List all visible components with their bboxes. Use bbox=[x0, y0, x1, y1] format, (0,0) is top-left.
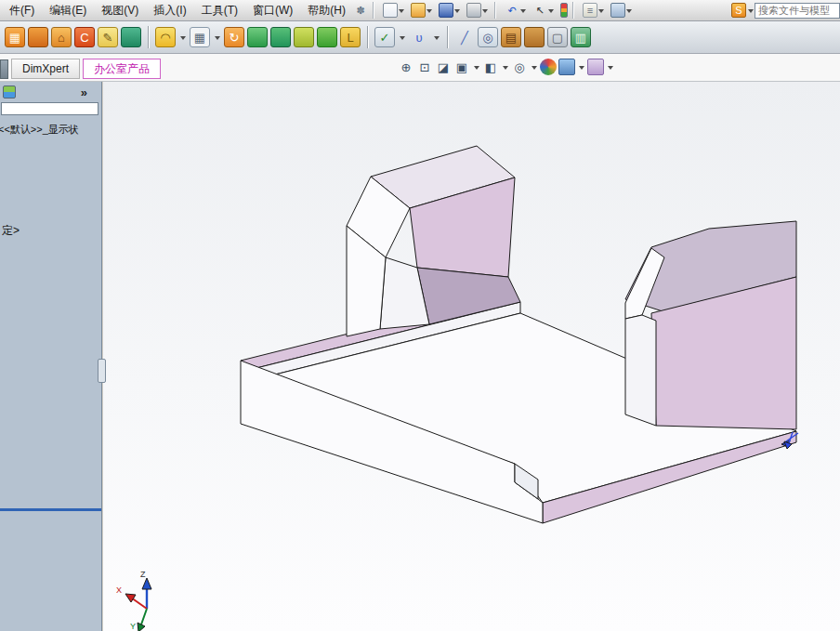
barrel-green-icon[interactable] bbox=[317, 27, 337, 47]
library-green-icon[interactable] bbox=[121, 27, 141, 47]
solidworks-window: 件(F) 编辑(E) 视图(V) 插入(I) 工具(T) 窗口(W) 帮助(H)… bbox=[0, 0, 840, 631]
panel-splitter-grip[interactable] bbox=[98, 359, 106, 383]
commandmanager-tab-row: DimXpert 办公室产品 ⊕ ⊡ ◪ ▣ ◧ ◎ bbox=[0, 54, 840, 82]
new-document-dropdown[interactable] bbox=[398, 3, 406, 18]
menu-tools[interactable]: 工具(T) bbox=[194, 1, 245, 20]
open-document-icon[interactable] bbox=[411, 3, 426, 18]
reference-triad: Z X Y bbox=[116, 570, 151, 631]
book-brown-icon[interactable]: ▤ bbox=[501, 27, 521, 47]
menu-help[interactable]: 帮助(H) bbox=[300, 1, 353, 20]
zoom-to-fit-icon[interactable]: ⊕ bbox=[398, 59, 414, 75]
design-table-icon[interactable]: ▦ bbox=[5, 27, 25, 47]
sheet-metal-fold-icon[interactable] bbox=[247, 27, 268, 47]
save-dropdown[interactable] bbox=[453, 3, 462, 18]
pattern-dropdown[interactable] bbox=[213, 30, 221, 45]
menu-insert[interactable]: 插入(I) bbox=[146, 1, 193, 20]
view-settings-dropdown[interactable] bbox=[606, 59, 614, 74]
new-document-icon[interactable] bbox=[383, 3, 398, 18]
menu-separator bbox=[494, 2, 495, 19]
print-dropdown[interactable] bbox=[481, 3, 490, 18]
undo-dropdown[interactable] bbox=[519, 3, 528, 18]
menu-edit[interactable]: 编辑(E) bbox=[42, 1, 94, 20]
save-icon[interactable] bbox=[439, 3, 453, 18]
rotate-feature-icon[interactable]: ↻ bbox=[224, 27, 244, 47]
main-area: » <<默认>>_显示状 定> bbox=[0, 82, 840, 631]
part-model[interactable]: Z X Y bbox=[103, 82, 840, 631]
zoom-document-icon[interactable]: ◎ bbox=[478, 27, 498, 47]
view-orientation-icon[interactable]: ▣ bbox=[453, 59, 470, 75]
zoom-to-area-icon[interactable]: ⊡ bbox=[416, 59, 433, 75]
extrude-icon[interactable]: L bbox=[340, 27, 361, 47]
menu-file[interactable]: 件(F) bbox=[2, 1, 42, 20]
sketch-arc-dropdown[interactable] bbox=[178, 30, 187, 45]
undo-icon[interactable]: ↶ bbox=[505, 3, 519, 18]
pattern-grid-icon[interactable]: ▦ bbox=[190, 27, 210, 47]
solidworks-search-logo-icon[interactable]: S bbox=[731, 3, 746, 18]
costing-icon[interactable]: C bbox=[74, 27, 95, 47]
heads-up-view-toolbar: ⊕ ⊡ ◪ ▣ ◧ ◎ bbox=[398, 59, 614, 75]
panel-blue-divider[interactable] bbox=[0, 508, 101, 511]
spline-icon[interactable]: υ bbox=[409, 27, 429, 47]
view-orientation-dropdown[interactable] bbox=[472, 59, 480, 74]
apply-scene-icon[interactable] bbox=[558, 59, 575, 75]
status-lights-icon[interactable] bbox=[560, 3, 568, 18]
toolbar-separator bbox=[148, 26, 149, 48]
display-style-icon[interactable]: ◧ bbox=[482, 59, 499, 75]
model-right-tower-front-face[interactable] bbox=[625, 315, 656, 426]
display-state-label: <<默认>>_显示状 bbox=[0, 123, 100, 137]
graphics-area[interactable]: Z X Y bbox=[103, 82, 840, 631]
search-scope-dropdown[interactable] bbox=[746, 3, 755, 18]
menu-bar: 件(F) 编辑(E) 视图(V) 插入(I) 工具(T) 窗口(W) 帮助(H)… bbox=[0, 0, 840, 21]
view-settings-icon[interactable] bbox=[587, 59, 604, 75]
display-monitor-dropdown[interactable] bbox=[625, 3, 634, 18]
window-gray-icon[interactable]: ▢ bbox=[547, 27, 568, 47]
triad-x-label: X bbox=[116, 585, 122, 595]
toolbar-separator bbox=[447, 26, 448, 48]
feature-toolbar: ▦ ⌂ C ✎ ◠ ▦ ↻ L ✓ υ ╱ ◎ ▤ ▢ ▥ bbox=[0, 21, 840, 54]
feature-orange-icon[interactable] bbox=[28, 27, 48, 47]
edit-appearance-icon[interactable] bbox=[540, 59, 557, 75]
measure-icon[interactable]: ✓ bbox=[374, 27, 395, 47]
feature-manager-header: » bbox=[0, 82, 101, 100]
search-input[interactable] bbox=[755, 3, 840, 19]
menu-separator bbox=[572, 2, 573, 19]
menu-window[interactable]: 窗口(W) bbox=[245, 1, 300, 20]
triad-z-label: Z bbox=[140, 570, 146, 579]
sketch-arc-icon[interactable]: ◠ bbox=[155, 27, 176, 47]
display-style-dropdown[interactable] bbox=[501, 59, 509, 74]
triad-y-label: Y bbox=[130, 622, 136, 631]
tree-filter-box[interactable] bbox=[1, 102, 98, 115]
pencil-line-icon[interactable]: ╱ bbox=[454, 27, 475, 47]
boss-cylinder-icon[interactable] bbox=[294, 27, 314, 47]
tab-office-products[interactable]: 办公室产品 bbox=[83, 59, 161, 79]
toolbar-separator bbox=[367, 26, 368, 48]
apply-scene-dropdown[interactable] bbox=[577, 59, 585, 74]
select-pointer-icon[interactable]: ↖ bbox=[532, 3, 547, 18]
tab-stub[interactable] bbox=[0, 59, 8, 79]
tab-dimxpert[interactable]: DimXpert bbox=[11, 59, 80, 79]
panel-expand-button[interactable]: » bbox=[81, 85, 87, 99]
section-view-icon[interactable]: ◪ bbox=[435, 59, 452, 75]
book-dark-icon[interactable] bbox=[524, 27, 545, 47]
menu-pin-icon[interactable]: ✽ bbox=[353, 3, 368, 18]
document-sheet-icon[interactable]: ≡ bbox=[583, 3, 597, 18]
display-monitor-icon[interactable] bbox=[610, 3, 625, 18]
hide-show-items-icon[interactable]: ◎ bbox=[511, 59, 528, 75]
menu-view[interactable]: 视图(V) bbox=[94, 1, 146, 20]
surface-green-icon[interactable] bbox=[270, 27, 291, 47]
select-dropdown[interactable] bbox=[547, 3, 556, 18]
feature-tree-icon[interactable] bbox=[3, 85, 16, 99]
spline-dropdown[interactable] bbox=[432, 30, 440, 45]
pane-green-icon[interactable]: ▥ bbox=[571, 27, 591, 47]
menu-separator bbox=[373, 2, 374, 19]
hide-show-items-dropdown[interactable] bbox=[530, 59, 538, 74]
measure-dropdown[interactable] bbox=[398, 30, 406, 45]
feature-manager-panel: » <<默认>>_显示状 定> bbox=[0, 82, 102, 631]
annotation-note-icon[interactable]: ✎ bbox=[98, 27, 118, 47]
print-icon[interactable] bbox=[466, 3, 481, 18]
open-document-dropdown[interactable] bbox=[426, 3, 434, 18]
material-tree-item[interactable]: 定> bbox=[2, 223, 20, 239]
home-feature-icon[interactable]: ⌂ bbox=[51, 27, 72, 47]
document-sheet-dropdown[interactable] bbox=[597, 3, 606, 18]
